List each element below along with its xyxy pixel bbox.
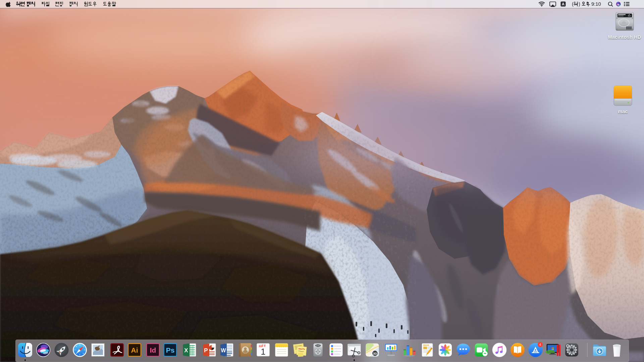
svg-text:P: P [204,347,208,354]
svg-text:3D: 3D [373,352,377,355]
svg-text:W: W [221,348,226,353]
svg-text:1: 1 [261,347,266,356]
svg-text:): ) [579,1,580,7]
svg-text:9:10: 9:10 [591,1,601,7]
svg-text:(: ( [572,1,574,7]
svg-text:A: A [562,2,565,6]
svg-text:DVD: DVD [316,345,320,347]
svg-text:PAGES: PAGES [423,344,429,346]
svg-text:Ai: Ai [131,346,138,354]
svg-text:Ps: Ps [166,346,175,354]
svg-text:4: 4 [539,343,541,347]
svg-text:X: X [184,347,188,354]
svg-text:Id: Id [150,346,156,354]
